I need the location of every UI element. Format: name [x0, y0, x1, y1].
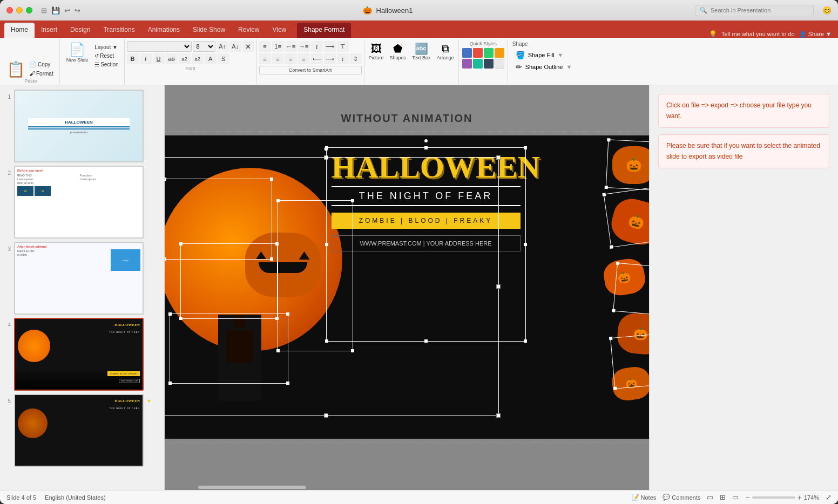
- search-bar[interactable]: 🔍: [695, 5, 814, 16]
- reset-button[interactable]: ↺Reset: [92, 52, 120, 60]
- close-button[interactable]: [6, 7, 13, 13]
- section-button[interactable]: ☰ Section: [92, 60, 120, 69]
- slide-image-4[interactable]: HALLOWEEN THE NIGHT OF FEAR ZOMBIE | BLO…: [14, 318, 144, 391]
- slide-image-5[interactable]: HALLOWEEN THE NIGHT OF FEAR: [14, 394, 144, 467]
- tell-me-text[interactable]: Tell me what you want to do: [721, 31, 795, 37]
- qs-cell-6[interactable]: [473, 59, 483, 69]
- grid-view-icon[interactable]: ⊞: [720, 493, 726, 501]
- notes-icon: 📝: [632, 494, 639, 501]
- qs-cell-5[interactable]: [462, 59, 472, 69]
- save-icon[interactable]: 💾: [51, 6, 60, 15]
- font-group-label: Font: [127, 66, 254, 71]
- paragraph-spacing-button[interactable]: ⇕: [350, 53, 362, 64]
- tab-home[interactable]: Home: [4, 23, 35, 38]
- canvas-scroll[interactable]: WITHOUT ANIMATION: [165, 85, 649, 485]
- minimize-button[interactable]: [16, 7, 23, 13]
- shapes-button[interactable]: ⬟ Shapes: [388, 41, 409, 62]
- tab-slideshow[interactable]: Slide Show: [186, 23, 232, 38]
- slide-thumbnail-4[interactable]: 4 HALLOWEEN THE NIGHT OF FEAR ZOMBIE | B…: [3, 318, 161, 391]
- canvas-area: WITHOUT ANIMATION: [165, 85, 649, 490]
- zoom-slider[interactable]: [752, 496, 795, 499]
- zoom-in-button[interactable]: +: [798, 493, 802, 502]
- slide-image-3[interactable]: After finish editing! Export as PDFor vi…: [14, 242, 144, 315]
- slide-thumbnail-1[interactable]: 1 HALLOWEEN presentation: [3, 90, 161, 162]
- slide-image-2[interactable]: Before you start! READ THISLorem ipsumdo…: [14, 166, 144, 239]
- tab-review[interactable]: Review: [232, 23, 266, 38]
- reading-view-icon[interactable]: ▭: [732, 493, 739, 501]
- share-icon[interactable]: 👤 Share ▼: [799, 31, 832, 38]
- arrange-button[interactable]: ⧉ Arrange: [435, 42, 456, 62]
- font-shadow-button[interactable]: S: [218, 53, 229, 64]
- undo-icon[interactable]: ↩: [64, 6, 70, 15]
- decrease-indent-button[interactable]: ←≡: [285, 41, 297, 52]
- qs-cell-3[interactable]: [484, 48, 494, 58]
- comments-button[interactable]: 💬 Comments: [663, 494, 700, 501]
- font-color-button[interactable]: A: [205, 53, 217, 64]
- tab-shape-format[interactable]: Shape Format: [297, 23, 351, 38]
- convert-smartart-button[interactable]: Convert to SmartArt: [259, 66, 362, 74]
- new-slide-button[interactable]: 📄 New Slide: [63, 41, 92, 64]
- normal-view-icon[interactable]: ▭: [707, 493, 713, 501]
- slide-thumbnail-5[interactable]: 5 HALLOWEEN THE NIGHT OF FEAR ★: [3, 394, 161, 467]
- align-justify-button[interactable]: ≡: [298, 53, 310, 64]
- bold-button[interactable]: B: [127, 53, 139, 64]
- search-input[interactable]: [711, 7, 797, 13]
- redo-icon[interactable]: ↪: [75, 6, 80, 15]
- slide-thumbnail-3[interactable]: 3 After finish editing! Export as PDFor …: [3, 242, 161, 315]
- columns-button[interactable]: ⫿: [311, 41, 323, 52]
- align-text-button[interactable]: ⊤: [337, 41, 349, 52]
- copy-button[interactable]: 📄 Copy: [28, 60, 55, 69]
- numbering-button[interactable]: 1≡: [272, 41, 284, 52]
- window-icon: 🎃: [363, 6, 372, 15]
- paste-button[interactable]: 📋: [6, 62, 25, 77]
- italic-button[interactable]: I: [140, 53, 152, 64]
- superscript-button[interactable]: x2: [179, 53, 191, 64]
- slide-thumbnail-2[interactable]: 2 Before you start! READ THISLorem ipsum…: [3, 166, 161, 239]
- text-box-button[interactable]: 🔤 Text Box: [410, 41, 433, 62]
- tab-transitions[interactable]: Transitions: [97, 23, 141, 38]
- align-center-button[interactable]: ≡: [272, 53, 284, 64]
- line-spacing-button[interactable]: ↕: [337, 53, 349, 64]
- qs-cell-7[interactable]: [484, 59, 494, 69]
- maximize-button[interactable]: [26, 7, 32, 13]
- fit-slide-icon[interactable]: ⤢: [826, 493, 832, 501]
- increase-font-button[interactable]: A↑: [217, 41, 228, 52]
- qs-cell-1[interactable]: [462, 48, 472, 58]
- sidebar-toggle-icon[interactable]: ⊞: [41, 6, 47, 15]
- qs-cell-2[interactable]: [473, 48, 483, 58]
- ltr-button[interactable]: ⟶: [324, 53, 336, 64]
- font-family-select[interactable]: [127, 41, 192, 52]
- tab-design[interactable]: Design: [64, 23, 97, 38]
- h-scrollbar[interactable]: [165, 485, 649, 490]
- text-direction-button[interactable]: ⟶: [324, 41, 336, 52]
- search-icon: 🔍: [700, 7, 707, 14]
- subscript-button[interactable]: x2: [192, 53, 204, 64]
- align-right-button[interactable]: ≡: [285, 53, 297, 64]
- format-button[interactable]: 🖌 Format: [28, 70, 55, 77]
- bullets-button[interactable]: ≡: [259, 41, 271, 52]
- clear-format-button[interactable]: ✕: [242, 41, 254, 52]
- notification-icon[interactable]: 😊: [822, 6, 832, 15]
- align-left-button[interactable]: ≡: [259, 53, 271, 64]
- increase-indent-button[interactable]: →≡: [298, 41, 310, 52]
- picture-button[interactable]: 🖼 Picture: [367, 42, 386, 62]
- decrease-font-button[interactable]: A↓: [229, 41, 241, 52]
- tab-view[interactable]: View: [266, 23, 293, 38]
- tab-insert[interactable]: Insert: [35, 23, 64, 38]
- shape-fill-button[interactable]: 🪣 Shape Fill ▼: [512, 49, 576, 61]
- rtl-button[interactable]: ⟵: [311, 53, 323, 64]
- comments-icon: 💬: [663, 494, 670, 501]
- slide-image-1[interactable]: HALLOWEEN presentation: [14, 90, 144, 162]
- shape-outline-button[interactable]: ✏ Shape Outline ▼: [512, 61, 576, 73]
- underline-button[interactable]: U: [153, 53, 165, 64]
- qs-cell-8[interactable]: [495, 59, 504, 69]
- notes-button[interactable]: 📝 Notes: [632, 494, 657, 501]
- font-size-select[interactable]: 8: [193, 41, 215, 52]
- strikethrough-button[interactable]: ab: [166, 53, 178, 64]
- slide-canvas[interactable]: HALLOWEEN THE NIGHT OF FEAR ZOMBIE | BLO…: [165, 135, 649, 439]
- pumpkin-deco-4: 🎃: [616, 311, 649, 356]
- layout-button[interactable]: Layout ▼: [92, 43, 120, 51]
- tab-animations[interactable]: Animations: [141, 23, 186, 38]
- qs-cell-4[interactable]: [495, 48, 504, 58]
- zoom-out-button[interactable]: −: [745, 493, 749, 502]
